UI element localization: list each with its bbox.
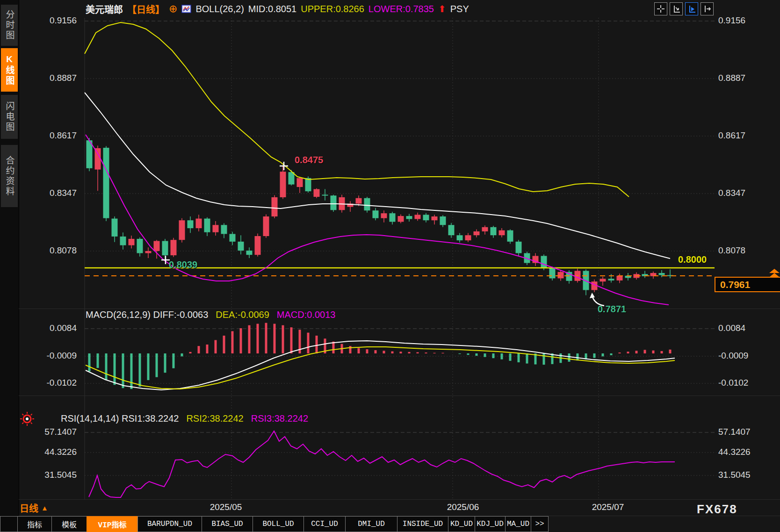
rsi-axis-label-right: 31.5045 — [718, 470, 751, 480]
rsi2-value: RSI2:38.2242 — [186, 413, 243, 424]
macd-axis-label-right: 0.0084 — [718, 323, 745, 333]
last-price-value: 0.7961 — [720, 279, 750, 290]
tab-bar-spacer — [0, 516, 18, 532]
tab-boll-ud[interactable]: BOLL_UD — [253, 516, 304, 532]
up-arrow-icon: ⬆ — [438, 3, 446, 14]
last-price-box[interactable]: 0.7961 — [715, 277, 780, 292]
rsi-title-rsi1: RSI(14,14,14) RSI1:38.2242 — [61, 413, 179, 424]
trading-app-window: 分时图K线图闪电图合约资料 美元瑞郎 【日线】 ⊕ BOLL(26,2) MID… — [0, 0, 780, 532]
macd-dea-value: DEA:-0.0069 — [216, 309, 269, 320]
macd-axis-label-right: -0.0102 — [718, 378, 748, 388]
rsi-pane-header: RSI(14,14,14) RSI1:38.2242 RSI2:38.2242 … — [61, 413, 308, 424]
brand-watermark: FX678 — [697, 502, 737, 517]
axis-shift-icon[interactable] — [701, 2, 714, 15]
tab-kdj-ud[interactable]: KDJ_UD — [475, 516, 506, 532]
boll-mid-value: MID:0.8051 — [248, 4, 296, 14]
tab-bias-ud[interactable]: BIAS_UD — [202, 516, 253, 532]
macd-axis-label-right: -0.0009 — [718, 351, 748, 361]
rsi-axis-label-right: 57.1407 — [718, 427, 751, 437]
rsi3-value: RSI3:38.2242 — [251, 413, 308, 424]
macd-title-diff: MACD(26,12,9) DIFF:-0.0063 — [86, 309, 208, 320]
period-button-label: 日线 — [20, 501, 38, 515]
candlestick-series — [87, 138, 673, 295]
tab-kd-ud[interactable]: KD_UD — [448, 516, 475, 532]
chart-toolbar — [654, 2, 714, 15]
alert-sun-icon[interactable] — [20, 411, 35, 428]
key-level-label: 0.8000 — [678, 254, 707, 265]
pane-separator — [19, 395, 780, 396]
price-axis-label-left: 0.8347 — [23, 188, 77, 198]
price-marker-triangle-icon — [769, 269, 780, 273]
macd-series — [86, 323, 675, 390]
chart-markers — [161, 162, 780, 306]
tab-dmi-ud[interactable]: DMI_UD — [345, 516, 397, 532]
price-axis-label-right: 0.8078 — [718, 245, 745, 256]
pan-crosshair-icon[interactable] — [654, 2, 667, 15]
price-axis-label-right: 0.8617 — [718, 130, 745, 141]
period-button[interactable]: 日线 ▲ — [20, 501, 48, 515]
macd-macd-value: MACD:0.0013 — [277, 309, 336, 320]
boll-upper-value: UPPER:0.8266 — [301, 4, 364, 14]
tab-ma-ud[interactable]: MA_UD — [505, 516, 531, 532]
symbol-name: 美元瑞郎 — [86, 2, 123, 16]
tab-indicators[interactable]: 指标 — [17, 516, 52, 532]
rsi-line — [89, 431, 675, 497]
recent-low-label: 0.7871 — [598, 304, 626, 315]
x-axis-label: 2025/06 — [447, 502, 479, 512]
pane-separator — [19, 499, 780, 500]
chart-canvas[interactable] — [0, 0, 780, 532]
boll-indicator-label: BOLL(26,2) — [195, 4, 244, 14]
price-axis-label-left: 0.9156 — [23, 15, 77, 26]
mini-chart-icon[interactable] — [181, 5, 191, 14]
rsi-axis-label-right: 44.3226 — [718, 447, 751, 457]
price-axis-label-right: 0.8887 — [718, 73, 745, 83]
target-circle-icon[interactable]: ⊕ — [169, 4, 177, 14]
tab-templates[interactable]: 模板 — [51, 516, 87, 532]
rsi-axis-label-left: 31.5045 — [23, 470, 77, 480]
triangle-up-icon: ▲ — [41, 504, 48, 512]
tab-inside-ud[interactable]: INSIDE_UD — [397, 516, 448, 532]
rsi-axis-label-left: 57.1407 — [23, 427, 77, 437]
pane-separator — [19, 309, 780, 309]
price-axis-label-left: 0.8887 — [23, 73, 77, 83]
macd-axis-label-left: 0.0084 — [23, 323, 77, 333]
tab-cci-ud[interactable]: CCI_UD — [303, 516, 346, 532]
price-axis-label-right: 0.9156 — [718, 15, 745, 26]
indicator-tab-bar: 指标模板VIP指标BARUPDN_UDBIAS_UDBOLL_UDCCI_UDD… — [0, 516, 780, 532]
axis-scale-active-icon[interactable] — [685, 2, 698, 15]
chart-header: 美元瑞郎 【日线】 ⊕ BOLL(26,2) MID:0.8051 UPPER:… — [86, 2, 469, 16]
price-axis-label-left: 0.8078 — [23, 245, 77, 256]
macd-axis-label-left: -0.0009 — [23, 351, 77, 361]
swing-low-label: 0.8039 — [169, 259, 197, 270]
psy-indicator-label: PSY — [450, 4, 469, 14]
macd-axis-label-left: -0.0102 — [23, 378, 77, 388]
boll-lower-value: LOWER:0.7835 — [368, 4, 434, 14]
rsi-axis-label-left: 44.3226 — [23, 447, 77, 457]
period-tag[interactable]: 【日线】 — [127, 2, 165, 16]
swing-high-label: 0.8475 — [295, 155, 323, 165]
tab-vip-indicators[interactable]: VIP指标 — [87, 516, 138, 532]
tab-barupdn-ud[interactable]: BARUPDN_UD — [137, 516, 202, 532]
x-axis-label: 2025/07 — [592, 502, 624, 512]
price-axis-label-left: 0.8617 — [23, 130, 77, 141]
grid-lines — [85, 18, 716, 499]
axis-scale-icon[interactable] — [670, 2, 683, 15]
tab-more-tabs[interactable]: >> — [531, 516, 549, 532]
macd-pane-header: MACD(26,12,9) DIFF:-0.0063 DEA:-0.0069 M… — [86, 309, 335, 320]
x-axis-label: 2025/05 — [210, 502, 242, 512]
price-axis-label-right: 0.8347 — [718, 188, 745, 198]
